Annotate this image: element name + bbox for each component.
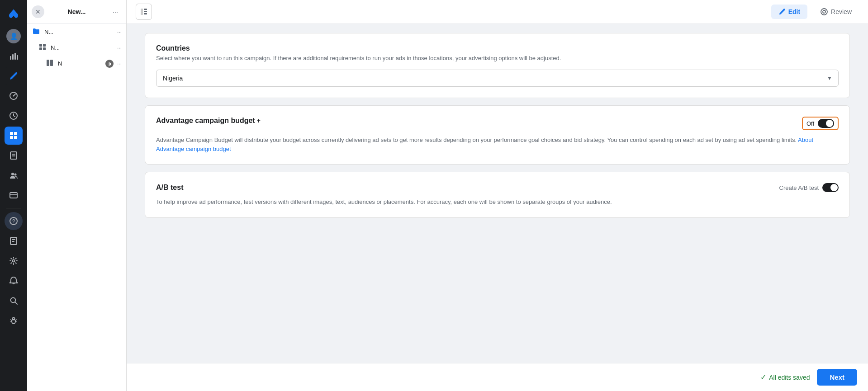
sidebar-close-button[interactable]: ✕ [32,5,44,18]
svg-point-15 [14,174,17,176]
dashboard-icon[interactable] [5,87,23,105]
countries-subtitle: Select where you want to run this campai… [156,54,839,62]
checkmark-icon: ✓ [760,373,766,382]
svg-point-42 [821,9,827,15]
svg-point-14 [11,173,14,175]
sidebar-item-ad[interactable]: N ◑ ··· [27,56,126,71]
countries-card: Countries Select where you want to run t… [145,33,850,98]
edit-campaigns-icon[interactable] [5,67,23,85]
advantage-toggle-knob [826,120,833,127]
ab-toggle-knob [830,184,838,191]
advantage-budget-body: Advantage Campaign Budget will distribut… [156,136,839,153]
notifications-icon[interactable] [5,272,23,290]
bug-icon[interactable] [5,311,23,330]
user-avatar[interactable]: 👤 [5,27,23,45]
svg-point-5 [13,95,14,97]
next-button[interactable]: Next [817,369,857,386]
svg-rect-38 [141,9,143,15]
review-button-label: Review [831,8,852,15]
svg-rect-33 [43,44,46,47]
ad-badge: ◑ [105,60,114,68]
top-bar: Edit Review [127,0,868,24]
svg-rect-3 [17,55,18,60]
review-button[interactable]: Review [813,4,859,19]
svg-rect-7 [10,132,13,135]
advantage-budget-title: Advantage campaign budget+ [156,117,261,125]
ad-item-label: N [58,60,102,67]
search-icon[interactable] [5,292,23,310]
svg-rect-40 [144,11,147,12]
activity-icon[interactable] [5,232,23,250]
svg-point-43 [823,10,825,13]
svg-rect-32 [39,44,42,47]
edit-button[interactable]: Edit [771,5,807,19]
advantage-plus-icon: + [257,117,261,124]
sidebar-toggle-button[interactable] [136,4,152,20]
svg-rect-9 [10,136,13,139]
countries-title: Countries [156,44,839,52]
svg-rect-8 [14,132,17,135]
ad-more-icon[interactable]: ··· [117,61,122,67]
svg-rect-2 [14,53,16,60]
sidebar-header: ✕ New... ··· [27,0,126,24]
sidebar-item-campaign[interactable]: N... ··· [27,24,126,40]
advantage-header: Advantage campaign budget+ Off [156,117,839,130]
saved-status-label: All edits saved [769,374,810,381]
svg-line-28 [10,320,12,320]
ab-toggle-switch[interactable] [822,183,839,192]
main-content: Edit Review Countries Select where you w… [127,0,868,391]
country-select-wrapper: Nigeria United States United Kingdom Can… [156,70,839,87]
ad-panel-icon [45,59,54,68]
adset-more-icon[interactable]: ··· [117,45,122,51]
billing-icon[interactable] [5,186,23,204]
footer-bar: ✓ All edits saved Next [127,363,868,391]
ab-toggle-label: Create A/B test [779,184,819,191]
sidebar-title: New... [68,8,86,15]
svg-rect-0 [10,56,11,60]
advantage-budget-card: Advantage campaign budget+ Off Advantage… [145,105,850,165]
svg-line-25 [15,302,17,304]
svg-point-23 [13,260,15,262]
pages-icon[interactable] [5,146,23,165]
content-scroll-area: Countries Select where you want to run t… [127,24,868,363]
ab-test-title: A/B test [156,184,183,192]
advantage-toggle-switch[interactable] [818,119,834,128]
help-icon[interactable]: ? [5,212,23,230]
svg-rect-39 [144,9,147,10]
settings-icon[interactable] [5,252,23,270]
svg-rect-10 [14,136,17,139]
campaign-item-label: N... [44,28,114,35]
ab-toggle-wrapper: Create A/B test [779,183,839,192]
ab-test-card: A/B test Create A/B test To help improve… [145,172,850,218]
folder-icon [32,28,41,36]
adset-item-label: N... [51,44,114,51]
history-icon[interactable] [5,107,23,125]
advantage-toggle-wrapper: Off [802,117,839,130]
grid-view-icon[interactable] [5,127,23,145]
svg-rect-41 [144,13,147,14]
svg-rect-1 [12,54,14,60]
campaign-more-icon[interactable]: ··· [117,29,122,35]
sidebar-more-button[interactable]: ··· [109,5,122,18]
svg-rect-36 [47,60,49,66]
advantage-toggle-label: Off [806,120,814,127]
analytics-icon[interactable] [5,47,23,65]
svg-text:?: ? [12,218,15,225]
country-select[interactable]: Nigeria United States United Kingdom Can… [156,70,839,87]
nav-divider-1 [6,208,21,208]
svg-rect-37 [50,60,53,66]
ab-test-body: To help improve ad performance, test ver… [156,198,839,207]
edit-button-label: Edit [788,8,800,15]
meta-logo[interactable] [5,5,23,23]
svg-line-29 [15,320,17,320]
saved-status: ✓ All edits saved [760,373,810,382]
audiences-icon[interactable] [5,166,23,184]
svg-rect-35 [43,47,46,50]
svg-rect-34 [39,47,42,50]
adset-grid-icon [38,43,47,52]
ab-test-header: A/B test Create A/B test [156,183,839,192]
left-navigation: 👤 [0,0,27,391]
sidebar-item-adset[interactable]: N... ··· [27,40,126,56]
sidebar-panel: ✕ New... ··· N... ··· N... ··· [27,0,127,391]
